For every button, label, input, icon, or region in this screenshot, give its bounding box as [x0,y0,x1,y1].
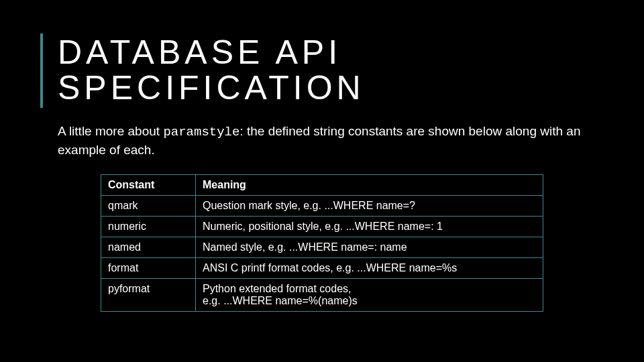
header-constant: Constant [101,175,196,196]
cell-meaning: ANSI C printf format codes, e.g. ...WHER… [196,258,543,279]
table-row: qmark Question mark style, e.g. ...WHERE… [101,196,543,217]
title-line-1: DATABASE API [58,34,341,71]
desc-prefix: A little more about [58,124,163,138]
cell-meaning: Python extended format codes,e.g. ...WHE… [196,279,543,312]
slide: DATABASE API SPECIFICATION A little more… [0,0,644,362]
paramstyle-table: Constant Meaning qmark Question mark sty… [101,174,543,312]
title-block: DATABASE API SPECIFICATION [40,34,604,108]
cell-constant: qmark [101,196,196,217]
table-row: pyformat Python extended format codes,e.… [101,279,543,312]
cell-constant: numeric [101,217,196,237]
title-line-2: SPECIFICATION [58,69,365,107]
cell-constant: named [101,237,196,258]
table-row: numeric Numeric, positional style, e.g. … [101,217,543,237]
cell-constant: pyformat [101,279,196,312]
cell-constant: format [101,258,196,279]
header-meaning: Meaning [196,175,543,196]
cell-meaning: Numeric, positional style, e.g. ...WHERE… [196,217,543,237]
cell-meaning: Question mark style, e.g. ...WHERE name=… [196,196,543,217]
table-row: format ANSI C printf format codes, e.g. … [101,258,543,279]
table-row: named Named style, e.g. ...WHERE name=: … [101,237,543,258]
table-header-row: Constant Meaning [101,175,543,196]
desc-code: paramstyle [163,125,239,139]
accent-bar [40,34,43,108]
slide-title: DATABASE API SPECIFICATION [58,34,365,108]
cell-meaning: Named style, e.g. ...WHERE name=: name [196,237,543,258]
description: A little more about paramstyle: the defi… [58,123,581,158]
